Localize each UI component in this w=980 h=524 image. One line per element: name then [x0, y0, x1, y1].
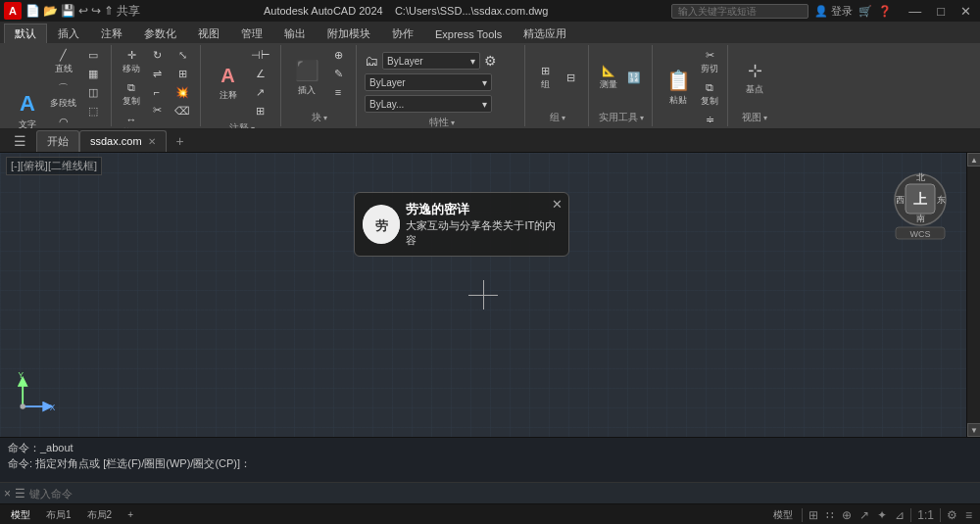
table[interactable]: ⊞ [248, 103, 273, 119]
snap-icon[interactable]: ∷ [824, 508, 836, 522]
move-tool[interactable]: ✛移动 [120, 47, 143, 77]
insert-block[interactable]: ⬛ 插入 [289, 47, 324, 109]
tab-annotate[interactable]: 注释 [90, 24, 133, 43]
ungroup-tool[interactable]: ⊟ [559, 47, 582, 109]
color-dropdown[interactable]: ByLayer ▾ [365, 73, 492, 91]
tab-start[interactable]: 开始 [36, 130, 79, 152]
arc-tool[interactable]: ◠圆弧 [47, 114, 79, 129]
explode-tool[interactable]: 💥 [171, 84, 194, 101]
copy-tool[interactable]: ⧉复制 [120, 79, 143, 110]
scroll-down-button[interactable]: ▼ [967, 423, 980, 437]
model-status[interactable]: 模型 [768, 506, 798, 524]
tab-featured[interactable]: 精选应用 [513, 24, 577, 43]
new-tab-button[interactable]: + [171, 131, 190, 151]
hamburger-menu[interactable]: ☰ [8, 133, 32, 149]
share-icon[interactable]: ⇑ 共享 [104, 3, 140, 20]
help-icon[interactable]: ❓ [878, 5, 892, 18]
ortho-icon[interactable]: ⊕ [840, 508, 854, 522]
osnap-icon[interactable]: ✦ [875, 508, 889, 522]
open-icon[interactable]: 📂 [43, 4, 58, 18]
redo-icon[interactable]: ↪ [91, 4, 101, 18]
gradient-tool[interactable]: ◫ [81, 84, 105, 101]
undo-icon[interactable]: ↩ [78, 4, 88, 18]
view-label[interactable]: [-][俯视][二维线框] [6, 157, 102, 175]
cmd-toggle-icon[interactable]: × [4, 487, 11, 500]
polar-icon[interactable]: ↗ [858, 508, 871, 522]
fillet-tool[interactable]: ⌐ [145, 84, 169, 100]
groups-dropdown[interactable]: ▾ [562, 114, 565, 122]
attdef[interactable]: ≡ [326, 84, 350, 100]
minimize-button[interactable]: — [904, 4, 926, 19]
settings-icon[interactable]: ⚙ [945, 508, 959, 522]
utilities-label[interactable]: 实用工具 ▾ [599, 109, 644, 124]
tab-parametric[interactable]: 参数化 [133, 24, 187, 43]
cut-tool[interactable]: ✂剪切 [698, 47, 721, 77]
scroll-track[interactable] [967, 167, 980, 423]
tab-output[interactable]: 输出 [273, 24, 317, 43]
popup-close-button[interactable]: ✕ [552, 197, 563, 212]
annotation-big[interactable]: A 注释 [211, 47, 246, 119]
cmd-menu-icon[interactable]: ☰ [15, 487, 25, 500]
save-icon[interactable]: 💾 [61, 4, 75, 18]
layout2-tab-button[interactable]: 布局2 [82, 506, 118, 524]
tab-insert[interactable]: 插入 [47, 24, 90, 43]
maximize-button[interactable]: □ [932, 4, 950, 19]
measure-tool[interactable]: 📐测量 [597, 47, 620, 109]
tab-default[interactable]: 默认 [4, 24, 47, 43]
tab-collaborate[interactable]: 协作 [381, 24, 424, 43]
model-tab-button[interactable]: 模型 [6, 506, 35, 524]
grid-icon[interactable]: ⊞ [807, 508, 820, 522]
groups-label[interactable]: 组 ▾ [550, 109, 565, 124]
block-editor[interactable]: ✎ [326, 66, 350, 82]
leader[interactable]: ↗ [248, 84, 273, 101]
tab-view[interactable]: 视图 [187, 24, 230, 43]
tab-ssdax[interactable]: ssdax.com ✕ [79, 130, 167, 152]
text-tool[interactable]: A 文字 [10, 47, 45, 129]
view-label-group[interactable]: 视图 ▾ [742, 109, 767, 124]
linetype-dropdown[interactable]: ByLay... ▾ [365, 95, 492, 113]
new-icon[interactable]: 📄 [25, 4, 40, 18]
properties-group-label[interactable]: 特性 ▾ [429, 114, 455, 129]
close-button[interactable]: ✕ [956, 4, 976, 19]
customize-icon[interactable]: ≡ [963, 508, 974, 522]
new-layout-button[interactable]: + [122, 506, 138, 524]
array-tool[interactable]: ⊞ [171, 66, 194, 82]
layer-settings-icon[interactable]: ⚙ [484, 53, 497, 69]
canvas-area[interactable]: [-][俯视][二维线框] X Y [0, 153, 966, 437]
trim-tool[interactable]: ✂ [145, 102, 169, 119]
dim-angular[interactable]: ∠ [248, 66, 273, 82]
hatch-tool[interactable]: ▦ [81, 66, 105, 82]
lineweight-icon[interactable]: ⊿ [893, 508, 906, 522]
rotate-tool[interactable]: ↻ [145, 47, 169, 64]
layout1-tab-button[interactable]: 布局1 [41, 506, 76, 524]
user-icon[interactable]: 👤 登录 [814, 4, 853, 19]
layer-dropdown[interactable]: ByLayer ▾ [382, 52, 480, 70]
annotation-group-label[interactable]: 注释 ▾ [229, 119, 255, 129]
mirror-tool[interactable]: ⇌ [145, 66, 169, 82]
search-input[interactable] [671, 4, 808, 19]
command-input[interactable] [29, 488, 976, 500]
tab-addins[interactable]: 附加模块 [317, 24, 381, 43]
block-group-dropdown[interactable]: ▾ [323, 114, 327, 122]
utilities-dropdown[interactable]: ▾ [640, 114, 644, 122]
polyline-tool[interactable]: ⌒多段线 [47, 79, 79, 112]
scale-tool[interactable]: ⤡ [171, 47, 194, 64]
erase-tool[interactable]: ⌫ [171, 103, 194, 119]
boundary-tool[interactable]: ⬚ [81, 103, 105, 119]
bell-icon[interactable]: 🛒 [858, 5, 872, 18]
stretch-tool[interactable]: ↔拉伸 [120, 112, 143, 129]
paste-tool[interactable]: 📋 粘贴 [661, 47, 696, 128]
create-block[interactable]: ⊕ [326, 47, 350, 64]
group-tool[interactable]: ⊞组 [533, 47, 557, 109]
copy-clip-tool[interactable]: ⧉复制 [698, 79, 721, 110]
layer-icon[interactable]: 🗂 [365, 53, 378, 69]
tab-express[interactable]: Express Tools [424, 24, 513, 43]
properties-group-dropdown[interactable]: ▾ [451, 119, 455, 127]
scroll-up-button[interactable]: ▲ [967, 153, 980, 167]
line-tool[interactable]: ╱直线 [47, 47, 79, 77]
view-dropdown[interactable]: ▾ [763, 114, 767, 122]
tab-manage[interactable]: 管理 [230, 24, 273, 43]
matchprop-tool[interactable]: ≑ [698, 112, 721, 128]
dim-linear[interactable]: ⊣⊢ [248, 47, 273, 64]
rectangle-tool[interactable]: ▭ [81, 47, 105, 64]
